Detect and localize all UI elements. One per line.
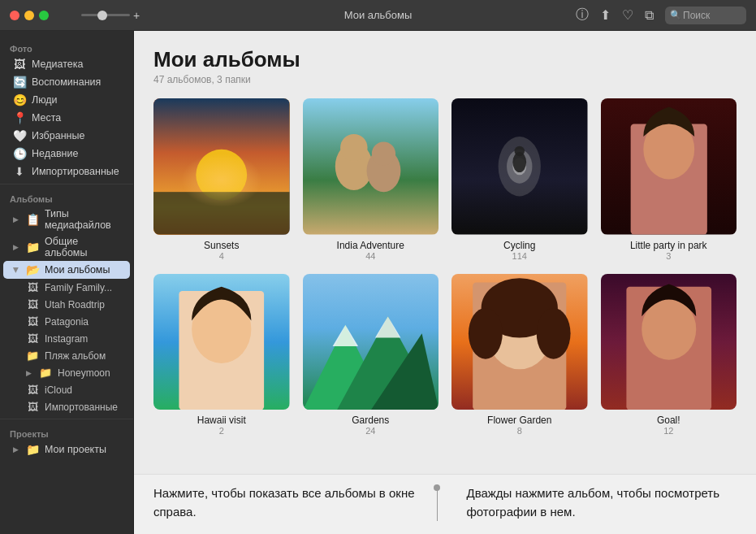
honeymoon-icon: 📁 [39,367,52,379]
zoom-thumb [97,11,107,20]
annotation-area: Нажмите, чтобы показать все альбомы в ок… [134,474,756,534]
albums-grid: Sunsets 4 [153,98,737,436]
sidebar-subitem-patagonia[interactable]: 🖼 Patagonia [3,313,130,330]
sidebar-section-albums: Альбомы [0,188,133,206]
annotation-divider [437,484,438,521]
album-hawaii[interactable]: Hawaii visit 2 [153,274,290,436]
sidebar-item-media-types[interactable]: ▶ 📋 Типы медиафайлов [3,206,130,233]
sidebar-subitem-instagram[interactable]: 🖼 Instagram [3,330,130,347]
sidebar-sublabel-icloud: iCloud [45,384,72,396]
sidebar-item-recent[interactable]: 🕒 Недавние [3,145,130,163]
sidebar-subitem-imported[interactable]: 🖼 Импортованные [3,398,130,415]
album-party[interactable]: Little party in park 3 [601,98,737,261]
search-box[interactable]: 🔍 Поиск [665,7,746,24]
sidebar-label-imported: Импортированные [32,166,120,177]
patagonia-icon: 🖼 [26,315,39,328]
sidebar-item-my-projects[interactable]: ▶ 📁 Мои проекты [3,441,130,458]
sidebar-label-memories: Воспоминания [32,76,120,88]
sidebar-label-my-projects: Мои проекты [45,444,120,455]
album-india[interactable]: India Adventure 44 [303,98,439,261]
svg-point-30 [469,307,503,358]
toolbar-right: ⓘ ⬆ ♡ ⧉ 🔍 Поиск [576,7,746,24]
sidebar-label-library: Медиатека [32,59,120,70]
sidebar: Фото 🖼 Медиатека 🔄 Воспоминания 😊 Люди 📍… [0,31,134,534]
copy-icon[interactable]: ⧉ [645,8,654,23]
sidebar-label-favorites: Избранные [32,130,120,141]
sidebar-sublabel-patagonia: Patagonia [45,316,89,328]
album-count-sunsets: 4 [219,251,224,261]
utah-icon: 🖼 [26,298,39,310]
sidebar-item-favorites[interactable]: 🤍 Избранные [3,127,130,145]
album-gardens[interactable]: Gardens 24 [303,274,439,436]
expand-honeymoon: ▶ [26,369,32,377]
imported-sub-icon: 🖼 [26,401,39,413]
instagram-icon: 🖼 [26,332,39,345]
sidebar-item-people[interactable]: 😊 Люди [3,91,130,109]
album-name-flower-garden: Flower Garden [487,415,551,426]
annotation-right-text: Дважды нажмите альбом, чтобы посмотреть … [467,484,737,521]
album-count-goal: 12 [663,426,673,436]
album-name-sunsets: Sunsets [204,240,239,251]
album-thumb-cycling [451,98,588,235]
sidebar-subitem-utah[interactable]: 🖼 Utah Roadtrip [3,296,130,313]
sidebar-subitem-honeymoon[interactable]: ▶ 📁 Honeymoon [3,364,130,381]
media-types-icon: 📋 [26,213,39,226]
album-count-hawaii: 2 [219,426,224,436]
expand-arrow-media: ▶ [13,215,19,224]
minimize-button[interactable] [24,11,34,20]
sidebar-label-shared: Общие альбомы [45,236,120,258]
svg-point-13 [514,146,525,157]
sidebar-sublabel-utah: Utah Roadtrip [45,299,105,310]
album-sunsets[interactable]: Sunsets 4 [153,98,290,261]
people-icon: 😊 [13,93,26,106]
memories-icon: 🔄 [13,76,26,89]
zoom-slider[interactable] [81,14,130,16]
sidebar-label-people: Люди [32,94,120,106]
sidebar-item-shared[interactable]: ▶ 📁 Общие альбомы [3,233,130,261]
albums-content: Мои альбомы 47 альбомов, 3 папки [134,31,756,474]
sidebar-item-library[interactable]: 🖼 Медиатека [3,55,130,73]
places-icon: 📍 [13,111,26,124]
sidebar-sublabel-honeymoon: Honeymoon [58,367,110,379]
sidebar-subitem-icloud[interactable]: 🖼 iCloud [3,381,130,398]
svg-point-5 [340,134,368,162]
sidebar-divider-1 [0,184,133,185]
album-name-india: India Adventure [337,240,404,251]
imported-icon: ⬇ [13,165,26,178]
svg-point-7 [371,141,395,165]
sidebar-subitem-beach[interactable]: 📁 Пляж альбом [3,347,130,364]
info-icon[interactable]: ⓘ [576,7,589,24]
sidebar-item-memories[interactable]: 🔄 Воспоминания [3,73,130,91]
projects-icon: 📁 [26,443,39,456]
search-placeholder: Поиск [683,10,710,21]
close-button[interactable] [10,11,19,20]
expand-arrow-my-albums: ▶ [12,267,20,273]
annotation-left: Нажмите, чтобы показать все альбомы в ок… [153,484,424,521]
album-thumb-sunsets [153,98,290,235]
family-family-icon: 🖼 [26,281,39,293]
album-thumb-goal [601,274,737,410]
album-cycling[interactable]: Cycling 114 [451,98,588,261]
expand-arrow-projects: ▶ [13,445,19,454]
expand-arrow-shared: ▶ [13,243,19,251]
sidebar-item-imported[interactable]: ⬇ Импортированные [3,163,130,180]
window-title: Мои альбомы [344,9,413,21]
sidebar-subitem-family-family[interactable]: 🖼 Family Family... [3,279,130,296]
sidebar-section-projects: Проекты [0,423,133,441]
main-layout: Фото 🖼 Медиатека 🔄 Воспоминания 😊 Люди 📍… [0,31,756,534]
sidebar-section-photo: Фото [0,37,133,55]
share-icon[interactable]: ⬆ [600,7,611,23]
sidebar-item-my-albums[interactable]: ▶ 📂 Мои альбомы [3,261,130,279]
zoom-plus-icon[interactable]: + [133,9,140,22]
sidebar-item-places[interactable]: 📍 Места [3,109,130,127]
svg-point-1 [196,150,247,201]
maximize-button[interactable] [39,11,49,20]
sidebar-label-places: Места [32,112,120,124]
my-albums-icon: 📂 [26,263,39,276]
sidebar-label-media-types: Типы медиафайлов [45,208,120,231]
album-thumb-flower [451,274,588,410]
album-count-cycling: 114 [512,251,527,261]
album-goal[interactable]: Goal! 12 [601,274,737,436]
heart-icon[interactable]: ♡ [622,7,633,23]
album-flower-garden[interactable]: Flower Garden 8 [451,274,588,436]
